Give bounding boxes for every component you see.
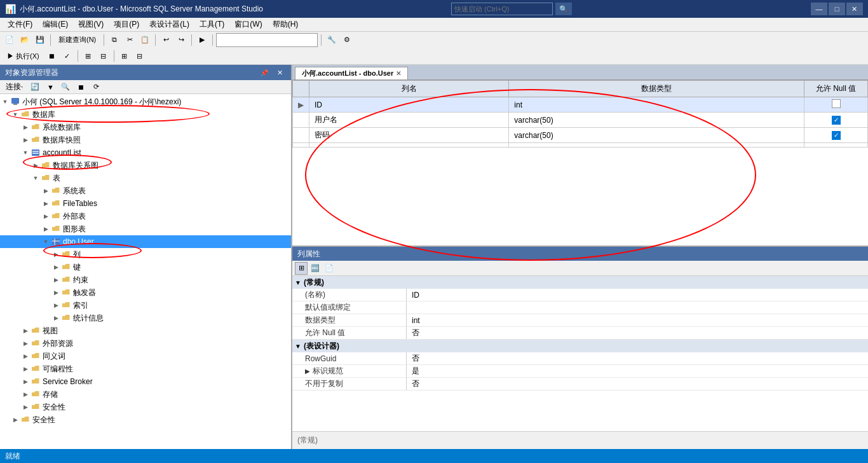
oe-filter2-btn[interactable]: 🔍 [59, 81, 72, 93]
oe-filter-btn[interactable]: ▼ [44, 81, 57, 93]
props-row-1-2[interactable]: 不用于复制否 [292, 378, 868, 390]
oe-pin-btn[interactable]: 📌 [258, 66, 271, 79]
row-nullable-2[interactable]: ✓ [804, 128, 868, 143]
tree-node-statistics[interactable]: ▶统计信息 [0, 312, 291, 324]
maximize-button[interactable]: □ [829, 3, 845, 15]
tree-expander-constraints[interactable]: ▶ [51, 277, 61, 283]
tree-node-server[interactable]: ▼小何 (SQL Server 14.0.1000.169 - 小何\hezex… [0, 95, 291, 108]
stop-btn[interactable]: ⏹ [45, 49, 59, 63]
tree-expander-ext-tables[interactable]: ▶ [41, 213, 51, 219]
designer-row-0[interactable]: ▶IDint [293, 97, 868, 113]
new-query-btn[interactable]: 新建查询(N) [54, 33, 100, 47]
tree-node-views[interactable]: ▶视图 [0, 324, 291, 337]
tree-node-keys[interactable]: ▶键 [0, 261, 291, 273]
menu-view[interactable]: 视图(V) [73, 18, 109, 31]
tree-expander-synonyms[interactable]: ▶ [20, 353, 31, 359]
tree-node-dbo-user[interactable]: ▼dbo.User [0, 235, 291, 248]
tree-node-security2[interactable]: ▶安全性 [0, 413, 291, 426]
row-nullable-3[interactable] [804, 143, 868, 148]
checkbox-unchecked-0[interactable] [832, 99, 841, 108]
tree-node-db-snapshots[interactable]: ▶数据库快照 [0, 134, 291, 146]
props-alpha-btn[interactable]: 🔤 [309, 262, 322, 275]
tree-node-constraints[interactable]: ▶约束 [0, 273, 291, 286]
row-colname-1[interactable]: 用户名 [309, 113, 509, 128]
copy-btn[interactable]: ⧉ [107, 33, 121, 47]
oe-close-btn[interactable]: ✕ [273, 66, 286, 79]
new-btn[interactable]: 📄 [3, 33, 17, 47]
designer-tab[interactable]: 小何.accountList - dbo.User ✕ [295, 67, 408, 79]
tree-expander-dbo-user[interactable]: ▼ [41, 238, 51, 245]
tree-expander-programmability[interactable]: ▶ [20, 366, 31, 372]
tree-node-system-dbs[interactable]: ▶系统数据库 [0, 121, 291, 134]
toolbar-more-2[interactable]: ⊟ [97, 49, 111, 63]
redo-btn[interactable]: ↪ [174, 33, 188, 47]
tree-node-security[interactable]: ▶安全性 [0, 401, 291, 413]
tree-node-indexes[interactable]: ▶索引 [0, 299, 291, 312]
tree-node-ext-resources[interactable]: ▶外部资源 [0, 337, 291, 350]
tree-expander-security2[interactable]: ▶ [10, 417, 20, 423]
props-row-0-3[interactable]: 允许 Null 值否 [292, 327, 868, 340]
db-selector[interactable] [216, 33, 318, 47]
tree-expander-keys[interactable]: ▶ [51, 264, 61, 270]
tree-expander-storage[interactable]: ▶ [20, 391, 31, 397]
designer-row-1[interactable]: 用户名varchar(50)✓ [293, 113, 868, 128]
toolbar-more-4[interactable]: ⊟ [133, 49, 147, 63]
tree-node-triggers[interactable]: ▶触发器 [0, 286, 291, 299]
row-colname-3[interactable] [309, 143, 509, 148]
menu-project[interactable]: 项目(P) [109, 18, 144, 31]
tree-expander-db-snapshots[interactable]: ▶ [20, 137, 31, 143]
tree-node-tables[interactable]: ▼表 [0, 172, 291, 184]
checkbox-checked-1[interactable]: ✓ [832, 116, 841, 125]
parse-btn[interactable]: ✓ [60, 49, 74, 63]
row-datatype-3[interactable] [509, 143, 804, 148]
tree-expander-columns[interactable]: ▶ [51, 251, 61, 258]
tree-expander-server[interactable]: ▼ [0, 99, 10, 105]
row-nullable-1[interactable]: ✓ [804, 113, 868, 128]
tree-expander-statistics[interactable]: ▶ [51, 315, 61, 321]
props-row-1-1[interactable]: ▶标识规范是 [292, 365, 868, 378]
cut-btn[interactable]: ✂ [123, 33, 137, 47]
undo-btn[interactable]: ↩ [159, 33, 173, 47]
tree-node-columns[interactable]: ▶列 [0, 248, 291, 261]
props-row-0-2[interactable]: 数据类型int [292, 314, 868, 327]
tree-expander-tables[interactable]: ▼ [31, 175, 41, 181]
paste-btn[interactable]: 📋 [138, 33, 152, 47]
designer-row-2[interactable]: 密码varchar(50)✓ [293, 128, 868, 143]
toolbar-more-1[interactable]: ⊞ [81, 49, 95, 63]
props-page-btn[interactable]: 📄 [323, 262, 336, 275]
tree-node-file-tables[interactable]: ▶FileTables [0, 197, 291, 210]
tree-expander-system-dbs[interactable]: ▶ [20, 124, 31, 130]
tree-expander-security[interactable]: ▶ [20, 404, 31, 410]
tree-expander-views[interactable]: ▶ [20, 328, 31, 334]
save-btn[interactable]: 💾 [33, 33, 47, 47]
tree-node-programmability[interactable]: ▶可编程性 [0, 363, 291, 375]
execute-btn[interactable]: ▶ 执行(X) [3, 49, 44, 63]
open-btn[interactable]: 📂 [18, 33, 32, 47]
menu-tabledesigner[interactable]: 表设计器(L) [144, 18, 194, 31]
tree-node-synonyms[interactable]: ▶同义词 [0, 350, 291, 363]
tree-expander-graph-tables[interactable]: ▶ [41, 226, 51, 232]
tree-expander-accountlist[interactable]: ▼ [20, 149, 31, 156]
tree-expander-file-tables[interactable]: ▶ [41, 200, 51, 207]
menu-file[interactable]: 文件(F) [3, 18, 37, 31]
tree-node-accountlist[interactable]: ▼accountList [0, 146, 291, 159]
row-datatype-0[interactable]: int [509, 97, 804, 113]
checkbox-checked-2[interactable]: ✓ [832, 131, 841, 140]
tab-close-btn[interactable]: ✕ [396, 70, 401, 77]
tree-node-graph-tables[interactable]: ▶图形表 [0, 223, 291, 235]
designer-row-3[interactable] [293, 143, 868, 148]
row-datatype-2[interactable]: varchar(50) [509, 128, 804, 143]
row-colname-2[interactable]: 密码 [309, 128, 509, 143]
props-row-1-0[interactable]: RowGuid否 [292, 352, 868, 365]
minimize-button[interactable]: — [811, 3, 827, 15]
props-row-0-0[interactable]: (名称)ID [292, 289, 868, 301]
tree-expander-databases[interactable]: ▼ [10, 111, 20, 118]
search-button[interactable]: 🔍 [555, 3, 572, 15]
props-category-btn[interactable]: ⊞ [295, 262, 308, 275]
menu-edit[interactable]: 编辑(E) [37, 18, 73, 31]
tree-node-databases[interactable]: ▼数据库 [0, 108, 291, 121]
props-section-0[interactable]: ▼(常规) [292, 276, 868, 289]
menu-window[interactable]: 窗口(W) [229, 18, 267, 31]
close-button[interactable]: ✕ [846, 3, 863, 15]
tools-btn[interactable]: 🔧 [325, 33, 339, 47]
